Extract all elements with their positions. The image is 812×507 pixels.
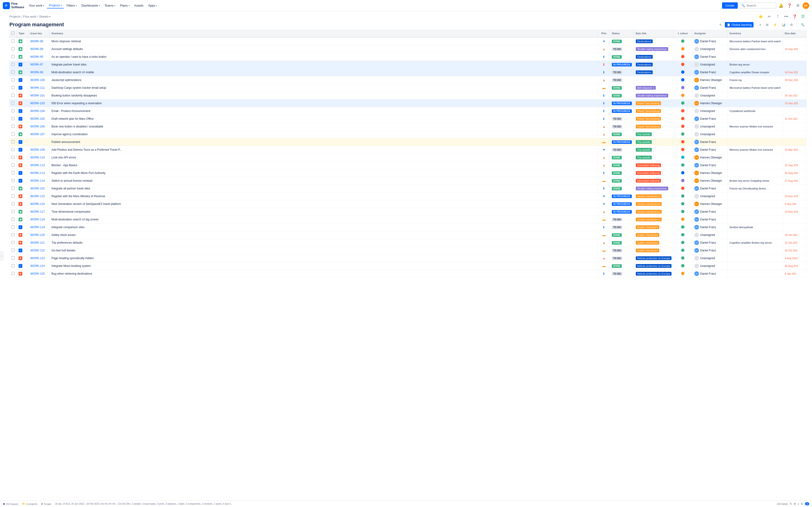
epic-tag[interactable]: Trip upsells [636,148,652,152]
table-row[interactable]: ◼ WORK-98 Multi-destination search UI mo… [9,68,806,76]
row-prio[interactable]: ▬ [598,138,610,146]
row-colour[interactable] [673,270,692,278]
row-summary[interactable]: Galley stock issues [50,231,598,239]
row-prio[interactable]: ⬇ [598,53,610,61]
row-status[interactable]: TO DO [610,255,634,262]
row-status[interactable]: TO DO [610,123,634,130]
group-icon-btn[interactable]: ⊞ [764,22,770,27]
row-assignee[interactable]: DF Daniel Franz [692,115,727,123]
row-summary[interactable]: Look into API errors [50,154,598,162]
row-prio[interactable]: ▬ [598,247,610,255]
epic-tag[interactable]: Trip upsells [636,140,652,144]
row-assignee[interactable]: Unassigned [692,61,727,68]
row-key[interactable]: WORK-112 [29,162,50,169]
table-row[interactable]: ✖ WORK-103 500 Error when requesting a r… [9,100,806,107]
row-key[interactable]: WORK-123 [29,255,50,262]
row-prio[interactable]: ▲ [598,130,610,138]
table-row[interactable]: ✖ WORK-125 Bug when retrieving destinati… [9,270,806,278]
row-prio[interactable]: ▬ [598,262,610,270]
row-colour[interactable] [673,255,692,262]
row-summary[interactable]: Moon stopover retrieval [50,37,598,45]
row-assignee[interactable]: Unassigned [692,130,727,138]
table-row[interactable]: ✓ WORK-114 Switch to annual license rene… [9,177,806,185]
epic-tag[interactable]: Belt stopover 1 [636,86,656,90]
row-prio[interactable]: ⬇ [598,270,610,278]
row-colour[interactable] [673,53,692,61]
row-colour[interactable] [673,68,692,76]
row-key[interactable]: WORK-101 [29,92,50,100]
table-row[interactable]: ◼ WORK-96 Moon stopover retrieval ▼ DONE… [9,37,806,45]
list-icon[interactable]: ☰ [800,13,806,20]
row-prio[interactable]: ▼ [598,37,610,45]
row-colour[interactable] [673,61,692,68]
row-checkbox[interactable] [9,76,17,84]
hierarchy-icon-btn[interactable]: ⚡ [771,22,779,27]
row-checkbox[interactable] [9,239,17,247]
table-row[interactable]: ✖ WORK-121 Trip preferences defaults ▲ D… [9,239,806,247]
row-assignee[interactable]: HO Hannes Obweger [692,200,727,208]
epic-tag[interactable]: Destinations [636,63,653,66]
row-colour[interactable] [673,200,692,208]
epic-tag[interactable]: Destinations [636,40,653,43]
row-key[interactable]: WORK-122 [29,247,50,255]
table-row[interactable]: ✓ WORK-111 Dashloop Cargo system tracker… [9,84,806,92]
epic-tag[interactable]: Vessel maintenance [636,210,662,214]
row-checkbox[interactable] [9,123,17,130]
row-prio[interactable]: ⬇ [598,107,610,115]
row-epic[interactable]: Jupiter checkpoint [634,231,673,239]
row-assignee[interactable]: Unassigned [692,45,727,53]
row-key[interactable]: WORK-117 [29,208,50,216]
row-checkbox[interactable] [9,262,17,270]
row-prio[interactable]: ⬇ [598,185,610,192]
row-summary[interactable]: Improve agency coordination [50,130,598,138]
row-epic[interactable]: Planet Taxi booking [634,100,673,107]
table-row[interactable]: ✓ Publish announcement ▬ IN PROGRESS Tri… [9,138,806,146]
row-colour[interactable] [673,146,692,154]
row-epic[interactable] [634,76,673,84]
row-key[interactable]: WORK-105 [29,115,50,123]
breadcrumb-sheets[interactable]: Sheets ▾ [39,15,51,18]
row-epic[interactable]: Trip upsells [634,130,673,138]
epic-tag[interactable]: Interstellar lobbying [636,179,661,183]
row-prio[interactable]: ⬇ [598,100,610,107]
row-checkbox[interactable] [9,169,17,177]
epic-tag[interactable]: Destinations [636,70,653,74]
row-assignee[interactable]: DF Daniel Franz [692,185,727,192]
row-status[interactable]: TO DO [610,146,634,154]
row-summary[interactable]: Integrate all partner travel sites [50,185,598,192]
table-row[interactable]: ✓ WORK-104 Email - Product Announcement … [9,107,806,115]
col-assignee-header[interactable]: Assignee [692,30,727,37]
row-key[interactable]: WORK-113 [29,169,50,177]
global-backlog-button[interactable]: 📋 Global backlog [725,22,754,27]
row-assignee[interactable]: DF Daniel Franz [692,270,727,278]
row-summary[interactable]: As an operator I want to have a turbo bu… [50,53,598,61]
row-epic[interactable]: Trip upsells [634,154,673,162]
row-epic[interactable]: Trip upsells [634,138,673,146]
row-key[interactable]: WORK-106 [29,123,50,130]
row-status[interactable]: DONE [610,231,634,239]
row-epic[interactable]: Shuttle hailing experience [634,45,673,53]
row-summary[interactable]: Dashloop Cargo system tracker email setu… [50,84,598,92]
row-checkbox[interactable] [9,68,17,76]
epic-tag[interactable]: Interstellar lobbying [636,163,661,167]
row-epic[interactable]: Nebula protection on Europa [634,255,673,262]
epic-tag[interactable]: Vessel maintenance [636,202,662,206]
row-summary[interactable]: Page heading sporadically hidden [50,255,598,262]
row-colour[interactable] [673,130,692,138]
row-epic[interactable]: Jupiter checkpoint [634,223,673,231]
row-summary[interactable]: Javascript optimizations [50,76,598,84]
row-assignee[interactable]: HO Hannes Obweger [692,100,727,107]
row-checkbox[interactable] [9,200,17,208]
table-row[interactable]: ◼ WORK-107 Improve agency coordination ▲… [9,130,806,138]
row-assignee[interactable]: DF Daniel Franz [692,84,727,92]
row-status[interactable]: TO DO [610,68,634,76]
row-prio[interactable]: ▲ [598,162,610,169]
row-key[interactable]: WORK-115 [29,192,50,200]
row-status[interactable]: IN PROGRESS [610,100,634,107]
epic-tag[interactable]: Trip upsells [636,156,652,159]
row-summary[interactable]: Trip preferences defaults [50,239,598,247]
row-summary[interactable]: Book now button is disabled / unavailabl… [50,123,598,130]
row-checkbox[interactable] [9,37,17,45]
row-prio[interactable]: ▲ [598,208,610,216]
nav-projects[interactable]: Projects ▾ [47,3,64,8]
